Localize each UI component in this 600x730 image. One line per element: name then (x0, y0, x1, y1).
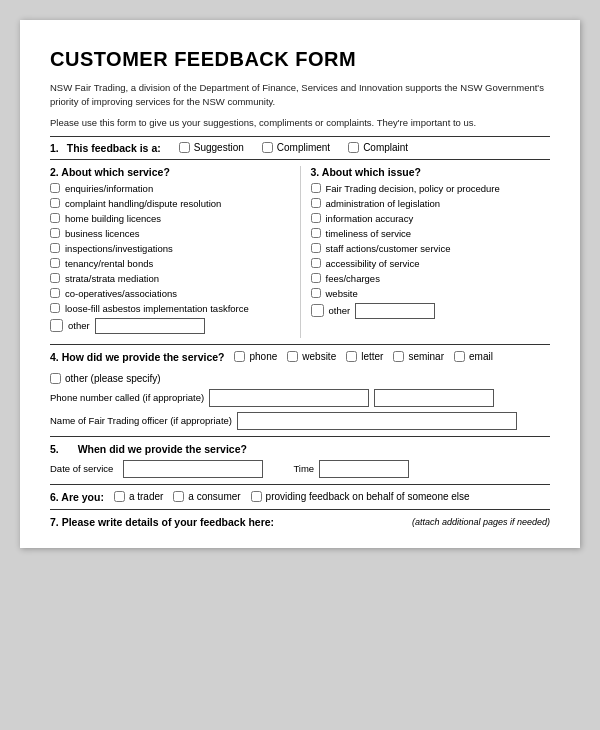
q2-checkbox-3[interactable] (50, 228, 60, 238)
q3-item-label-1: administration of legislation (326, 198, 441, 209)
q2-item-1[interactable]: complaint handling/dispute resolution (50, 198, 290, 209)
q6-trader[interactable]: a trader (114, 491, 163, 502)
q2-item-7[interactable]: co-operatives/associations (50, 288, 290, 299)
q4-seminar-checkbox[interactable] (393, 351, 404, 362)
q2-item-6[interactable]: strata/strata mediation (50, 273, 290, 284)
q4-other-checkbox[interactable] (50, 373, 61, 384)
q4-letter-label: letter (361, 351, 383, 362)
q1-suggestion-checkbox[interactable] (179, 142, 190, 153)
q5-date-input[interactable] (123, 460, 263, 478)
q6-consumer[interactable]: a consumer (173, 491, 240, 502)
q1-suggestion-label: Suggestion (194, 142, 244, 153)
q3-checkbox-1[interactable] (311, 198, 321, 208)
q7-section: 7. Please write details of your feedback… (50, 516, 550, 528)
q2-q3-section: 2. About which service? enquiries/inform… (50, 166, 550, 338)
q6-trader-checkbox[interactable] (114, 491, 125, 502)
q2-checkbox-7[interactable] (50, 288, 60, 298)
q3-checkbox-3[interactable] (311, 228, 321, 238)
q3-item-0[interactable]: Fair Trading decision, policy or procedu… (311, 183, 551, 194)
intro-paragraph-1: NSW Fair Trading, a division of the Depa… (50, 81, 550, 110)
q3-item-2[interactable]: information accuracy (311, 213, 551, 224)
q2-other-label: other (68, 320, 90, 331)
q4-email[interactable]: email (454, 351, 493, 362)
q4-website-label: website (302, 351, 336, 362)
q5-time-input[interactable] (319, 460, 409, 478)
q3-other-checkbox[interactable] (311, 304, 324, 317)
q4-officer-input[interactable] (237, 412, 517, 430)
q2-item-0[interactable]: enquiries/information (50, 183, 290, 194)
q3-checkbox-2[interactable] (311, 213, 321, 223)
q4-phone[interactable]: phone (234, 351, 277, 362)
q4-email-checkbox[interactable] (454, 351, 465, 362)
q4-other-label: other (please specify) (65, 373, 161, 384)
q1-complaint[interactable]: Complaint (348, 142, 408, 153)
q4-website-checkbox[interactable] (287, 351, 298, 362)
q6-behalf[interactable]: providing feedback on behalf of someone … (251, 491, 470, 502)
q4-phone-row: Phone number called (if appropriate) (50, 389, 550, 407)
q5-time-group: Time (293, 460, 409, 478)
q3-heading: 3. About which issue? (311, 166, 551, 178)
q2-checkbox-2[interactable] (50, 213, 60, 223)
q4-phone-input[interactable] (209, 389, 369, 407)
q3-checkbox-6[interactable] (311, 273, 321, 283)
q4-letter-checkbox[interactable] (346, 351, 357, 362)
q3-item-5[interactable]: accessibility of service (311, 258, 551, 269)
question-1-row: 1. This feedback is a: Suggestion Compli… (50, 136, 550, 160)
q1-complaint-checkbox[interactable] (348, 142, 359, 153)
q3-other-input[interactable] (355, 303, 435, 319)
q2-other-checkbox[interactable] (50, 319, 63, 332)
q6-behalf-label: providing feedback on behalf of someone … (266, 491, 470, 502)
q2-checkbox-4[interactable] (50, 243, 60, 253)
q2-checkbox-8[interactable] (50, 303, 60, 313)
q4-seminar[interactable]: seminar (393, 351, 444, 362)
q2-item-2[interactable]: home building licences (50, 213, 290, 224)
q2-item-8[interactable]: loose-fill asbestos implementation taskf… (50, 303, 290, 314)
divider-q6 (50, 484, 550, 485)
q1-num: 1. (50, 142, 59, 154)
q2-item-label-7: co-operatives/associations (65, 288, 177, 299)
q4-other[interactable]: other (please specify) (50, 373, 161, 384)
q2-item-3[interactable]: business licences (50, 228, 290, 239)
q2-item-4[interactable]: inspections/investigations (50, 243, 290, 254)
q6-row: 6. Are you: a trader a consumer providin… (50, 491, 550, 503)
q3-item-label-5: accessibility of service (326, 258, 420, 269)
q2-item-5[interactable]: tenancy/rental bonds (50, 258, 290, 269)
q2-other-input[interactable] (95, 318, 205, 334)
divider-q5 (50, 436, 550, 437)
q4-email-label: email (469, 351, 493, 362)
q2-item-label-0: enquiries/information (65, 183, 153, 194)
q1-compliment-checkbox[interactable] (262, 142, 273, 153)
q4-options-row: 4. How did we provide the service? phone… (50, 351, 550, 384)
q6-label: 6. Are you: (50, 491, 104, 503)
q3-item-7[interactable]: website (311, 288, 551, 299)
q3-item-label-6: fees/charges (326, 273, 380, 284)
q3-checkbox-5[interactable] (311, 258, 321, 268)
q4-letter[interactable]: letter (346, 351, 383, 362)
q4-phone-checkbox[interactable] (234, 351, 245, 362)
q6-consumer-checkbox[interactable] (173, 491, 184, 502)
q2-item-label-3: business licences (65, 228, 139, 239)
q3-checkbox-4[interactable] (311, 243, 321, 253)
q2-item-label-5: tenancy/rental bonds (65, 258, 153, 269)
q3-item-4[interactable]: staff actions/customer service (311, 243, 551, 254)
q4-website[interactable]: website (287, 351, 336, 362)
q3-item-1[interactable]: administration of legislation (311, 198, 551, 209)
q2-checkbox-1[interactable] (50, 198, 60, 208)
q7-attach-note: (attach additional pages if needed) (412, 517, 550, 527)
q6-behalf-checkbox[interactable] (251, 491, 262, 502)
q3-item-label-3: timeliness of service (326, 228, 412, 239)
q4-phone-extra-input[interactable] (374, 389, 494, 407)
q3-item-3[interactable]: timeliness of service (311, 228, 551, 239)
q2-checkbox-0[interactable] (50, 183, 60, 193)
q1-suggestion[interactable]: Suggestion (179, 142, 244, 153)
q3-checkbox-0[interactable] (311, 183, 321, 193)
q3-checkbox-7[interactable] (311, 288, 321, 298)
q3-item-6[interactable]: fees/charges (311, 273, 551, 284)
divider-q7 (50, 509, 550, 510)
q1-compliment[interactable]: Compliment (262, 142, 330, 153)
q3-item-label-2: information accuracy (326, 213, 414, 224)
q2-checkbox-5[interactable] (50, 258, 60, 268)
q6-consumer-label: a consumer (188, 491, 240, 502)
q6-trader-label: a trader (129, 491, 163, 502)
q2-checkbox-6[interactable] (50, 273, 60, 283)
